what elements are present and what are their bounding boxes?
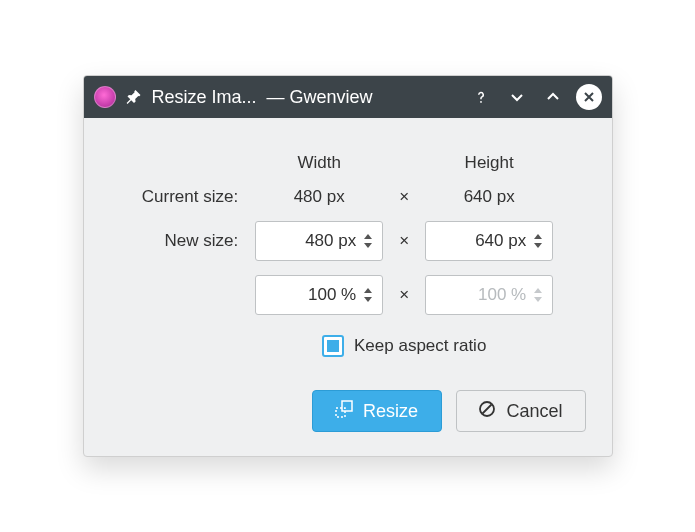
cancel-button[interactable]: Cancel (456, 390, 586, 432)
spin-arrows-icon[interactable] (532, 233, 544, 249)
spin-arrows-icon[interactable] (362, 233, 374, 249)
new-width-stepper[interactable]: 480 px (255, 221, 383, 261)
svg-rect-2 (342, 401, 352, 411)
new-width-value: 480 px (266, 231, 362, 251)
percent-width-stepper[interactable]: 100 % (255, 275, 383, 315)
app-icon (94, 86, 116, 108)
dialog-content: Width Height Current size: 480 px × 640 … (84, 118, 612, 456)
percent-height-value: 100 % (436, 285, 532, 305)
resize-button-label: Resize (363, 401, 418, 422)
button-row: Resize Cancel (110, 390, 586, 432)
separator-icon: × (392, 274, 416, 316)
percent-width-value: 100 % (266, 285, 362, 305)
current-height: 640 px (424, 186, 554, 208)
close-button[interactable] (576, 84, 602, 110)
label-new-size: New size: (141, 220, 246, 262)
percent-height-stepper: 100 % (425, 275, 553, 315)
spin-arrows-icon[interactable] (362, 287, 374, 303)
cancel-button-label: Cancel (506, 401, 562, 422)
keep-aspect-checkbox[interactable] (322, 335, 344, 357)
svg-point-0 (480, 101, 482, 103)
header-height: Height (424, 152, 554, 174)
label-current-size: Current size: (141, 186, 246, 208)
separator-icon: × (392, 186, 416, 208)
pin-icon[interactable] (126, 89, 142, 105)
keep-aspect-label: Keep aspect ratio (354, 336, 486, 356)
window-title-right: — Gwenview (267, 87, 373, 108)
resize-image-dialog: Resize Ima... — Gwenview Width Height Cu… (83, 75, 613, 457)
resize-button[interactable]: Resize (312, 390, 442, 432)
titlebar[interactable]: Resize Ima... — Gwenview (84, 76, 612, 118)
window-title-left: Resize Ima... (152, 87, 257, 108)
spin-arrows-icon (532, 287, 544, 303)
cancel-icon (478, 400, 496, 423)
help-button[interactable] (468, 84, 494, 110)
separator-icon: × (392, 220, 416, 262)
transform-scale-icon (335, 400, 353, 423)
header-width: Width (254, 152, 384, 174)
new-height-stepper[interactable]: 640 px (425, 221, 553, 261)
maximize-button[interactable] (540, 84, 566, 110)
svg-rect-1 (336, 408, 345, 417)
svg-line-4 (483, 404, 492, 413)
current-width: 480 px (254, 186, 384, 208)
new-height-value: 640 px (436, 231, 532, 251)
minimize-button[interactable] (504, 84, 530, 110)
